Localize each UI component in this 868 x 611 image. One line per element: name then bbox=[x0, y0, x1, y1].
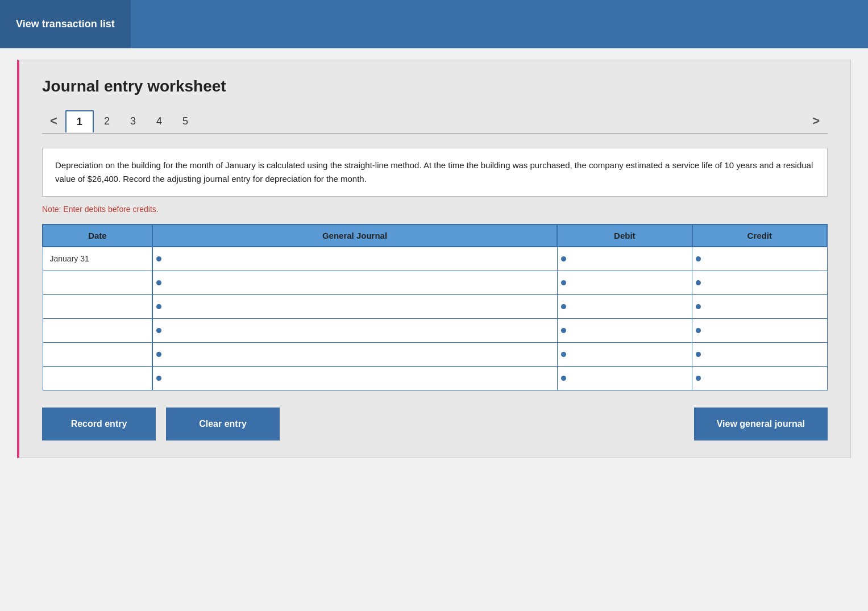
credit-cell-2[interactable] bbox=[692, 271, 827, 294]
table-row: January 31 bbox=[43, 247, 827, 271]
debit-cell-6[interactable] bbox=[557, 366, 692, 390]
journal-input-1[interactable] bbox=[165, 250, 557, 268]
table-row bbox=[43, 342, 827, 366]
debit-indicator-5 bbox=[561, 352, 566, 357]
main-content-area: Journal entry worksheet < 1 2 3 4 5 > De… bbox=[17, 60, 851, 458]
credit-input-5[interactable] bbox=[704, 345, 827, 363]
credit-input-3[interactable] bbox=[704, 297, 827, 315]
clear-entry-button[interactable]: Clear entry bbox=[166, 408, 280, 440]
debit-indicator-2 bbox=[561, 280, 566, 285]
journal-input-3[interactable] bbox=[165, 297, 557, 315]
col-header-date: Date bbox=[43, 225, 152, 247]
journal-cell-3[interactable] bbox=[152, 294, 557, 318]
table-row bbox=[43, 294, 827, 318]
worksheet-title: Journal entry worksheet bbox=[42, 77, 828, 95]
credit-input-2[interactable] bbox=[704, 273, 827, 292]
journal-input-6[interactable] bbox=[165, 369, 557, 387]
debit-cell-3[interactable] bbox=[557, 294, 692, 318]
row-indicator-1 bbox=[156, 256, 161, 261]
debit-cell-2[interactable] bbox=[557, 271, 692, 294]
pagination-bar: < 1 2 3 4 5 > bbox=[42, 109, 828, 134]
debit-input-2[interactable] bbox=[570, 273, 692, 292]
credit-input-4[interactable] bbox=[704, 321, 827, 339]
journal-input-4[interactable] bbox=[165, 321, 557, 339]
credit-input-1[interactable] bbox=[704, 250, 827, 268]
table-row bbox=[43, 318, 827, 342]
pagination-next-button[interactable]: > bbox=[804, 109, 828, 133]
debit-cell-1[interactable] bbox=[557, 247, 692, 271]
table-row bbox=[43, 366, 827, 390]
debit-input-4[interactable] bbox=[570, 321, 692, 339]
record-entry-button[interactable]: Record entry bbox=[42, 408, 156, 440]
credit-cell-3[interactable] bbox=[692, 294, 827, 318]
view-transaction-list-button[interactable]: View transaction list bbox=[0, 0, 131, 48]
journal-cell-5[interactable] bbox=[152, 342, 557, 366]
pagination-page-5[interactable]: 5 bbox=[172, 111, 198, 132]
date-cell-2 bbox=[43, 271, 152, 294]
row-indicator-6 bbox=[156, 376, 161, 381]
col-header-debit: Debit bbox=[557, 225, 692, 247]
view-general-journal-button[interactable]: View general journal bbox=[694, 408, 828, 440]
col-header-general-journal: General Journal bbox=[152, 225, 557, 247]
journal-cell-1[interactable] bbox=[152, 247, 557, 271]
credit-indicator-6 bbox=[696, 376, 701, 381]
note-text: Note: Enter debits before credits. bbox=[42, 205, 828, 214]
credit-input-6[interactable] bbox=[704, 369, 827, 387]
button-row: Record entry Clear entry View general jo… bbox=[42, 408, 828, 440]
credit-cell-6[interactable] bbox=[692, 366, 827, 390]
pagination-page-1[interactable]: 1 bbox=[65, 110, 94, 132]
credit-indicator-5 bbox=[696, 352, 701, 357]
row-indicator-4 bbox=[156, 328, 161, 333]
credit-cell-1[interactable] bbox=[692, 247, 827, 271]
row-indicator-5 bbox=[156, 352, 161, 357]
date-cell-4 bbox=[43, 318, 152, 342]
credit-indicator-3 bbox=[696, 304, 701, 309]
col-header-credit: Credit bbox=[692, 225, 827, 247]
row-indicator-2 bbox=[156, 280, 161, 285]
pagination-prev-button[interactable]: < bbox=[42, 109, 65, 133]
date-cell-3 bbox=[43, 294, 152, 318]
debit-indicator-4 bbox=[561, 328, 566, 333]
debit-indicator-6 bbox=[561, 376, 566, 381]
date-cell-1: January 31 bbox=[43, 247, 152, 271]
date-cell-6 bbox=[43, 366, 152, 390]
debit-input-6[interactable] bbox=[570, 369, 692, 387]
journal-cell-6[interactable] bbox=[152, 366, 557, 390]
credit-cell-5[interactable] bbox=[692, 342, 827, 366]
table-row bbox=[43, 271, 827, 294]
debit-indicator-1 bbox=[561, 256, 566, 261]
journal-table: Date General Journal Debit Credit Januar… bbox=[42, 224, 828, 390]
pagination-page-2[interactable]: 2 bbox=[94, 111, 120, 132]
pagination-page-3[interactable]: 3 bbox=[120, 111, 146, 132]
pagination-page-4[interactable]: 4 bbox=[146, 111, 172, 132]
credit-indicator-2 bbox=[696, 280, 701, 285]
debit-indicator-3 bbox=[561, 304, 566, 309]
credit-cell-4[interactable] bbox=[692, 318, 827, 342]
top-bar: View transaction list bbox=[0, 0, 868, 48]
debit-input-3[interactable] bbox=[570, 297, 692, 315]
debit-input-5[interactable] bbox=[570, 345, 692, 363]
credit-indicator-4 bbox=[696, 328, 701, 333]
date-cell-5 bbox=[43, 342, 152, 366]
journal-cell-2[interactable] bbox=[152, 271, 557, 294]
credit-indicator-1 bbox=[696, 256, 701, 261]
debit-cell-4[interactable] bbox=[557, 318, 692, 342]
description-box: Depreciation on the building for the mon… bbox=[42, 148, 828, 197]
journal-input-2[interactable] bbox=[165, 273, 557, 292]
debit-cell-5[interactable] bbox=[557, 342, 692, 366]
row-indicator-3 bbox=[156, 304, 161, 309]
journal-cell-4[interactable] bbox=[152, 318, 557, 342]
journal-input-5[interactable] bbox=[165, 345, 557, 363]
debit-input-1[interactable] bbox=[570, 250, 692, 268]
